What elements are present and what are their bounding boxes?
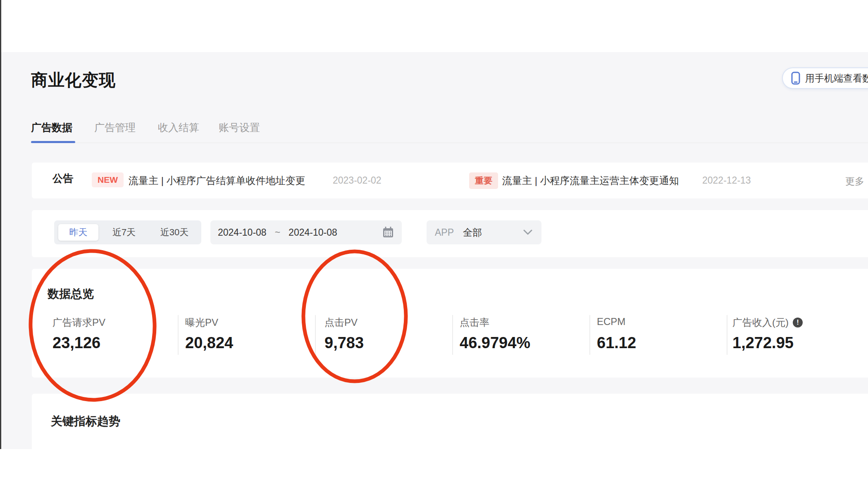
metric-value: 9,783 (324, 334, 364, 352)
metric-value: 46.9794% (460, 334, 530, 352)
announcement-more-link[interactable]: 更多 (845, 175, 864, 188)
data-overview-card: 数据总览 广告请求PV 23,126 曝光PV 20,824 点击PV 9,78… (32, 269, 868, 378)
metric-label: 点击率 (460, 316, 489, 329)
metric-divider (178, 315, 179, 355)
tab-ad-management[interactable]: 广告管理 (94, 121, 136, 134)
trend-heading: 关键指标趋势 (51, 413, 120, 429)
metric-divider (315, 315, 316, 355)
page-title: 商业化变现 (31, 69, 116, 91)
badge-important: 重要 (469, 172, 498, 189)
metric-label: 广告请求PV (52, 316, 105, 329)
view-on-phone-label: 用手机端查看数据 (805, 72, 868, 85)
chevron-down-icon (522, 229, 533, 236)
range-option-30days[interactable]: 近30天 (150, 226, 199, 239)
badge-new: NEW (92, 172, 124, 187)
announcement-date-1: 2023-02-02 (333, 175, 382, 186)
app-filter-dropdown[interactable]: APP 全部 (427, 220, 541, 244)
metric-divider (727, 315, 727, 355)
announcement-link-1[interactable]: 流量主 | 小程序广告结算单收件地址变更 (129, 174, 305, 187)
range-option-yesterday[interactable]: 昨天 (58, 224, 98, 241)
announcement-label: 公告 (52, 172, 73, 185)
metric-value: 20,824 (185, 334, 233, 352)
metric-label: 点击PV (324, 316, 358, 329)
date-end-value[interactable]: 2024-10-08 (289, 227, 337, 238)
tab-revenue-settlement[interactable]: 收入结算 (158, 121, 199, 134)
metric-label: 曝光PV (185, 316, 218, 329)
date-separator: ~ (275, 227, 280, 238)
filter-bar: 昨天 近7天 近30天 2024-10-08 ~ 2024-10-08 (32, 210, 868, 257)
metric-label: ECPM (597, 316, 625, 327)
announcement-bar: 公告 NEW 流量主 | 小程序广告结算单收件地址变更 2023-02-02 重… (32, 163, 868, 198)
overview-heading: 数据总览 (48, 286, 94, 302)
info-icon[interactable]: ! (793, 318, 803, 327)
monetization-dashboard: 商业化变现 用手机端查看数据 广告数据 广告管理 收入结算 账号设置 公告 NE… (0, 0, 868, 478)
metric-value: 23,126 (52, 334, 100, 352)
tab-account-settings[interactable]: 账号设置 (219, 121, 260, 134)
active-tab-underline (31, 141, 75, 143)
key-metric-trend-card: 关键指标趋势 (32, 394, 868, 478)
app-filter-label: APP (435, 227, 454, 238)
announcement-link-2[interactable]: 流量主 | 小程序流量主运营主体变更通知 (502, 174, 679, 187)
metric-value: 61.12 (597, 334, 636, 352)
phone-icon (791, 72, 800, 85)
metric-label: 广告收入(元) (732, 316, 789, 329)
calendar-icon[interactable] (382, 226, 394, 239)
metric-divider (589, 315, 590, 355)
announcement-date-2: 2022-12-13 (702, 175, 751, 186)
tab-ad-data[interactable]: 广告数据 (31, 121, 72, 134)
range-option-7days[interactable]: 近7天 (98, 226, 150, 239)
date-range-segmented-control: 昨天 近7天 近30天 (54, 220, 201, 244)
app-filter-value: 全部 (463, 226, 482, 239)
tabbar-divider (31, 143, 868, 143)
view-on-phone-button[interactable]: 用手机端查看数据 (782, 67, 868, 89)
metric-value: 1,272.95 (732, 334, 794, 352)
date-range-picker[interactable]: 2024-10-08 ~ 2024-10-08 (210, 220, 402, 244)
metric-divider (452, 315, 453, 355)
date-start-value[interactable]: 2024-10-08 (218, 227, 267, 238)
